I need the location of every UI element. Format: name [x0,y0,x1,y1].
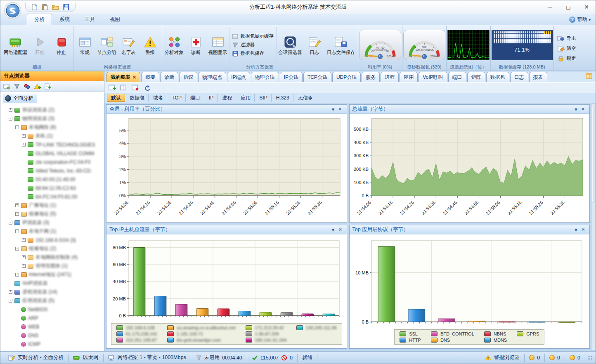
view-tab-4[interactable]: 协议 [179,72,197,82]
expand-icon[interactable]: + [15,212,19,216]
tree-item[interactable]: +进程浏览器 (14) [0,288,104,296]
filter-icon[interactable] [14,83,20,89]
导出-button[interactable]: 导出 [557,35,576,42]
tree-item[interactable]: +DNS [0,331,104,340]
view-tab-7[interactable]: 物理会话 [251,72,279,82]
app-logo-icon[interactable] [4,2,22,20]
tree-item[interactable]: +本机 (1) [0,132,104,140]
save-icon[interactable] [63,4,69,10]
maximize-button[interactable]: ◻ [559,1,577,13]
expand-icon[interactable]: + [9,290,12,294]
tree-item[interactable]: +管理范围块 (1) [0,262,104,270]
tree-item[interactable]: -物理浏览器 (3) [0,114,104,123]
alarm-counter[interactable]: 0 [545,354,565,362]
collapse-icon[interactable]: - [15,229,19,233]
诊断-button[interactable]: 诊断 [185,33,207,56]
expand-icon[interactable]: + [22,134,26,138]
view-tab-14[interactable]: VoIP呼叫 [419,72,447,82]
tree-item[interactable]: -本地子网 (1) [0,227,104,236]
filter-tab-4[interactable]: TCP [168,94,186,102]
视图显示-button[interactable]: 视图显示 [207,33,229,56]
report-icon[interactable] [44,83,51,90]
arrange-chart-icon[interactable] [119,84,128,92]
collapse-icon[interactable]: - [15,247,19,251]
panel-close-icon[interactable]: ✕ [337,227,344,232]
panel-menu-icon[interactable]: ▼ [330,227,337,232]
view-tab-17[interactable]: 数据包 [486,72,509,82]
new-icon[interactable] [31,4,38,10]
analysis-root-item[interactable]: 全面分析 [3,94,37,103]
节点分组-button[interactable]: 节点分组 [96,33,118,56]
filter-tab-8[interactable]: 应用 [237,94,255,102]
panel-menu-icon[interactable]: ▼ [572,107,579,112]
tree-item[interactable]: -应用浏览器 (5) [0,296,104,305]
tree-item[interactable]: +组播地址 (5) [0,210,104,218]
open-icon[interactable] [52,4,59,10]
view-tab-18[interactable]: 日志 [510,72,528,82]
pane-icon[interactable] [3,83,10,90]
paste-icon[interactable] [42,4,48,10]
filter-tab-7[interactable]: 进程 [218,94,236,102]
close-button[interactable]: ✕ [577,1,596,13]
停止-button[interactable]: 停止 [51,33,72,56]
tree-item[interactable]: -组播地址 (2) [0,244,104,253]
view-tab-13[interactable]: 应用 [400,72,418,82]
resize-grip[interactable] [587,356,592,361]
expand-icon[interactable]: + [22,143,26,147]
panel-icon[interactable] [586,73,593,80]
view-tab-19[interactable]: 报表 [529,72,547,82]
清空-button[interactable]: 清空 [557,45,576,52]
日志-button[interactable]: 日志 [304,33,325,56]
view-tab-8[interactable]: IP会话 [280,72,303,82]
view-tab-6[interactable]: IP端点 [227,72,250,82]
panel-menu-icon[interactable]: ▼ [330,107,337,112]
tree-item[interactable]: +WEB [0,322,104,331]
tree-item[interactable]: +00:40:00:21:45:00 [0,175,104,184]
status-segment-1[interactable]: 实时分析 - 全面分析 [4,354,69,362]
tree-item[interactable]: +GLOBAL VILLAGE COMM [0,149,104,158]
filter-tab-6[interactable]: IP [205,94,218,102]
分析对象-button[interactable]: 分析对象 [163,33,185,56]
add-chart-icon[interactable] [108,84,117,92]
锁定-button[interactable]: 锁定 [557,55,576,61]
expand-icon[interactable]: + [22,255,26,259]
filter-tab-2[interactable]: 数据包 [125,94,149,102]
view-tab-12[interactable]: 进程 [381,72,399,82]
ribbon-tab-4[interactable]: 视图 [102,14,128,25]
数据包显示缓存-button[interactable]: 数据包显示缓存 [232,33,274,39]
tree-item[interactable]: +ARP [0,314,104,322]
警报-button[interactable]: 警报 [140,33,161,56]
alarm-counter[interactable]: 0 [525,354,545,362]
status-segment-3[interactable]: 网络档案 1 - 带宽 - 1000Mbps [104,354,191,362]
tree-item[interactable]: +zte corporation-FC:04:F0 [0,158,104,166]
tree-item[interactable]: +192.168.6.0/24 (3) [0,236,104,244]
close-tab-icon[interactable]: ✕ [132,75,136,80]
collapse-icon[interactable]: - [9,299,12,303]
alarm-add-icon[interactable] [34,83,41,90]
expand-icon[interactable]: + [15,203,19,207]
filter-tab-10[interactable]: H.323 [272,94,293,102]
view-tab-10[interactable]: UDP会话 [332,72,361,82]
status-segment-2[interactable]: 以太网 [69,354,104,362]
view-tab-5[interactable]: 物理端点 [198,72,226,82]
expand-icon[interactable]: + [22,264,26,268]
help-menu[interactable]: ? 帮助 ▾ [569,16,591,23]
panel-close-icon[interactable]: ✕ [579,227,587,232]
filter-tab-5[interactable]: 端口 [186,94,204,102]
tree-item[interactable]: +TP-LINK TECHNOLOGIES [0,140,104,149]
view-tab-9[interactable]: TCP会话 [303,72,331,82]
ribbon-tab-1[interactable]: 分析 [27,14,52,25]
collapse-icon[interactable]: - [15,125,19,129]
tree-item[interactable]: +广播地址 (1) [0,201,104,210]
filter-tab-9[interactable]: SIP [255,94,271,102]
view-tab-11[interactable]: 服务 [362,72,380,82]
refresh-icon[interactable] [142,84,151,92]
tree-item[interactable]: +Internet地址 (2471) [0,270,104,279]
tree-item[interactable]: +VoIP浏览器 [0,279,104,288]
vertical-scrollbar[interactable] [591,104,595,350]
expand-icon[interactable]: + [22,238,26,242]
会话筛选器-button[interactable]: 会话筛选器 [277,33,304,56]
view-tab-1[interactable]: 我的图表✕ [106,72,140,82]
filter-tab-3[interactable]: 域名 [149,94,167,102]
view-tab-2[interactable]: 概要 [141,72,159,82]
